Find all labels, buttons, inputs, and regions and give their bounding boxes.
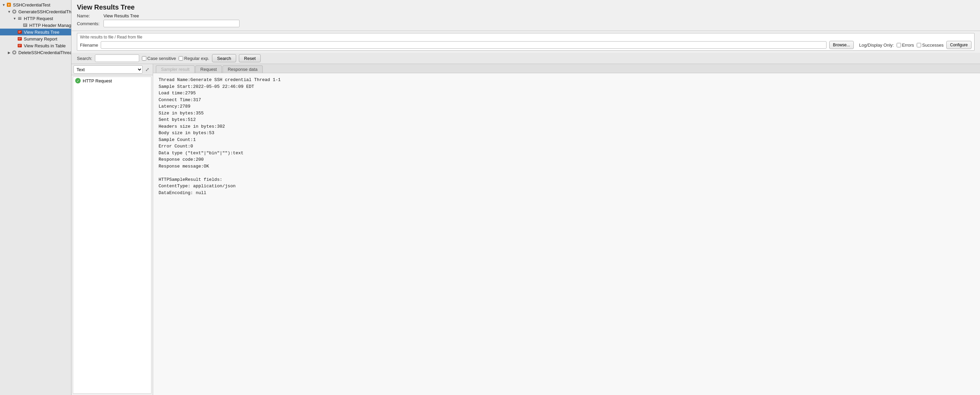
sidebar-item-label-delete-thread: DeleteSSHCredentialThread	[18, 50, 72, 55]
results-tree-icon	[17, 29, 22, 35]
errors-checkbox-label[interactable]: Errors	[897, 43, 914, 48]
result-line	[159, 170, 975, 177]
filename-input[interactable]	[101, 41, 826, 49]
tab-response[interactable]: Response data	[223, 65, 262, 73]
search-button[interactable]: Search	[212, 54, 236, 62]
browse-button[interactable]: Browse...	[829, 41, 854, 49]
result-line: Sample Count:1	[159, 137, 975, 143]
regular-exp-label[interactable]: Regular exp.	[179, 56, 209, 61]
sidebar-item-label-ssh-test: SSHCredentialTest	[13, 2, 50, 8]
successes-checkbox[interactable]	[917, 43, 921, 47]
sidebar-item-http-request[interactable]: ▼HTTP Request	[0, 15, 71, 22]
log-display-label: Log/Display Only:	[859, 43, 894, 48]
content-area: TextHTMLXMLJSONCSSJavaScript ⤢ ✓HTTP Req…	[72, 64, 980, 395]
http-icon	[17, 16, 22, 21]
comments-input[interactable]	[103, 20, 240, 27]
tab-sampler[interactable]: Sampler result	[156, 65, 195, 73]
sidebar: ▼TSSHCredentialTest▼GenerateSSHCredentia…	[0, 0, 72, 395]
case-sensitive-checkbox[interactable]	[142, 56, 146, 61]
successes-label: Successes	[922, 43, 943, 48]
result-line: DataEncoding: null	[159, 190, 975, 196]
result-line: Response message:OK	[159, 163, 975, 170]
svg-text:T: T	[8, 3, 10, 7]
result-line: Headers size in bytes:302	[159, 123, 975, 130]
expand-arrow-delete-thread[interactable]: ▶	[7, 51, 11, 54]
result-line: Body size in bytes:53	[159, 130, 975, 137]
expand-icon[interactable]: ⤢	[144, 66, 151, 73]
result-item-http-req-1[interactable]: ✓HTTP Request	[73, 77, 151, 84]
file-section-title: Write results to file / Read from file	[80, 35, 972, 40]
file-row: Filename Browse... Log/Display Only: Err…	[80, 41, 972, 49]
results-list: ✓HTTP Request	[73, 76, 151, 393]
sidebar-item-label-view-results-table: View Results in Table	[24, 43, 66, 48]
status-icon-http-req-1: ✓	[75, 78, 81, 83]
svg-rect-6	[23, 24, 27, 27]
search-bar: Search: Case sensitive Regular exp. Sear…	[72, 53, 980, 64]
sidebar-item-label-view-results-tree: View Results Tree	[24, 30, 60, 35]
configure-button[interactable]: Configure	[946, 41, 972, 49]
tab-request[interactable]: Request	[195, 65, 222, 73]
sidebar-item-view-results-table[interactable]: View Results in Table	[0, 42, 71, 49]
result-line: Latency:2789	[159, 103, 975, 110]
errors-checkbox[interactable]	[897, 43, 901, 47]
expand-arrow-generate-thread[interactable]: ▼	[7, 10, 11, 14]
name-value: View Results Tree	[103, 13, 139, 18]
sidebar-item-http-header[interactable]: HTTP Header Manager	[0, 22, 71, 29]
file-section: Write results to file / Read from file F…	[77, 33, 975, 51]
right-panel: Sampler result Request Response data Thr…	[153, 64, 980, 395]
format-dropdown[interactable]: TextHTMLXMLJSONCSSJavaScript	[73, 65, 143, 73]
sidebar-item-label-generate-thread: GenerateSSHCredentialThread	[18, 9, 72, 14]
page-title: View Results Tree	[77, 3, 975, 11]
svg-point-3	[13, 11, 15, 13]
expand-arrow-http-request[interactable]: ▼	[12, 17, 17, 21]
result-content: Thread Name:Generate SSH credential Thre…	[153, 73, 980, 395]
sidebar-item-summary-report[interactable]: Summary Report	[0, 35, 71, 42]
result-line: Response code:200	[159, 156, 975, 163]
expand-arrow-ssh-test[interactable]: ▼	[2, 3, 6, 7]
case-sensitive-label[interactable]: Case sensitive	[142, 56, 176, 61]
search-label: Search:	[77, 56, 92, 61]
svg-rect-15	[18, 44, 22, 47]
regular-exp-checkbox[interactable]	[179, 56, 183, 61]
name-label: Name:	[77, 13, 101, 18]
reset-button[interactable]: Reset	[239, 54, 261, 62]
result-line: Thread Name:Generate SSH credential Thre…	[159, 76, 975, 83]
sidebar-item-generate-thread[interactable]: ▼GenerateSSHCredentialThread	[0, 8, 71, 15]
name-row: Name: View Results Tree	[77, 13, 975, 18]
errors-label: Errors	[902, 43, 914, 48]
result-line: Sample Start:2022-05-05 22:46:09 EDT	[159, 83, 975, 90]
sidebar-item-label-http-header: HTTP Header Manager	[29, 23, 72, 28]
header-icon	[22, 22, 28, 28]
svg-point-19	[13, 51, 15, 53]
result-line: Size in bytes:355	[159, 110, 975, 117]
result-line: ContentType: application/json	[159, 183, 975, 190]
result-line: Sent bytes:512	[159, 116, 975, 123]
dropdown-row: TextHTMLXMLJSONCSSJavaScript ⤢	[72, 64, 153, 75]
successes-checkbox-label[interactable]: Successes	[917, 43, 943, 48]
svg-rect-4	[18, 17, 21, 20]
result-label-http-req-1: HTTP Request	[83, 78, 112, 83]
search-input[interactable]	[95, 54, 139, 62]
result-line: HTTPSampleResult fields:	[159, 177, 975, 183]
result-line: Error Count:0	[159, 143, 975, 150]
delete-icon	[11, 50, 17, 55]
summary-icon	[17, 36, 22, 41]
thread-icon	[11, 9, 17, 14]
log-display-row: Log/Display Only: Errors Successes Confi…	[859, 41, 972, 49]
sidebar-item-delete-thread[interactable]: ▶DeleteSSHCredentialThread	[0, 49, 71, 56]
left-panel: TextHTMLXMLJSONCSSJavaScript ⤢ ✓HTTP Req…	[72, 64, 153, 395]
result-line: Data type ("text"|"bin"|""):text	[159, 150, 975, 157]
sidebar-item-ssh-test[interactable]: ▼TSSHCredentialTest	[0, 2, 71, 8]
sidebar-item-label-summary-report: Summary Report	[24, 37, 57, 41]
sidebar-item-label-http-request: HTTP Request	[24, 16, 53, 21]
regular-exp-text: Regular exp.	[184, 56, 209, 61]
svg-rect-12	[18, 37, 22, 40]
main-panel: View Results Tree Name: View Results Tre…	[72, 0, 980, 395]
tabs-bar: Sampler result Request Response data	[153, 64, 980, 73]
test-icon: T	[6, 2, 11, 8]
result-line: Load time:2795	[159, 90, 975, 97]
filename-label: Filename	[80, 43, 98, 48]
case-sensitive-text: Case sensitive	[147, 56, 176, 61]
table-icon	[17, 43, 22, 48]
sidebar-item-view-results-tree[interactable]: View Results Tree	[0, 29, 71, 35]
